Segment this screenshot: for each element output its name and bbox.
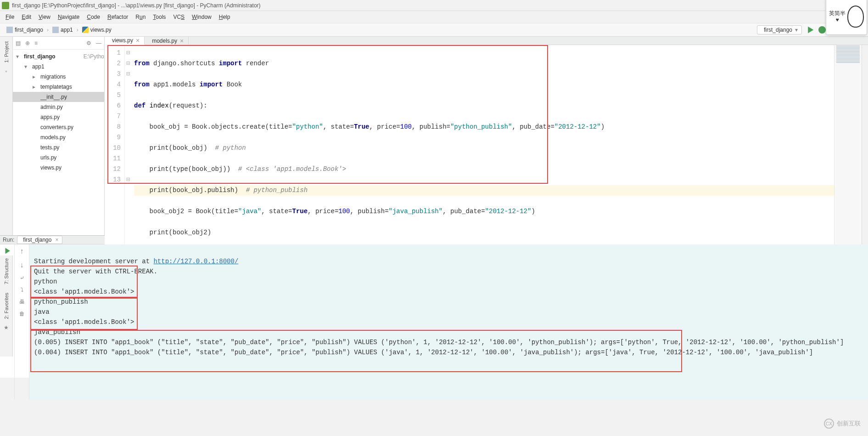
tree-converters[interactable]: converters.py (13, 122, 104, 132)
console-line: java_publish (34, 328, 80, 336)
tree-migrations[interactable]: ▸migrations (13, 72, 104, 82)
app-icon (2, 2, 9, 9)
run-tab[interactable]: first_django× (17, 236, 62, 244)
menu-view[interactable]: View (36, 13, 53, 21)
expand-all-icon[interactable]: ⊕ (25, 40, 30, 46)
up-stack-button[interactable]: ↑ (20, 247, 24, 255)
close-tab-icon[interactable]: × (136, 37, 140, 44)
main-content: 1: Project ▫ ▤ ⊕ ≡ ⚙ — ▾first_djangoE:\P… (0, 37, 868, 235)
console-line: java (34, 308, 50, 316)
down-stack-button[interactable]: ↓ (20, 261, 24, 269)
menu-refactor[interactable]: Refactor (105, 13, 131, 21)
run-config-name: first_django (764, 27, 792, 33)
structure-tool-tab[interactable]: 7: Structure (4, 255, 9, 287)
console-output[interactable]: Starting development server at http://12… (29, 244, 868, 400)
menu-help[interactable]: Help (216, 13, 233, 21)
menu-vcs[interactable]: VCS (170, 13, 187, 21)
star-icon: ★ (4, 324, 9, 331)
console-line: (0.005) INSERT INTO "app1_book" ("title"… (34, 339, 844, 346)
chevron-right-icon: › (46, 27, 50, 33)
breadcrumb-app1[interactable]: app1 (50, 27, 76, 33)
face-icon (847, 6, 864, 28)
server-url-link[interactable]: http://127.0.0.1:8000/ (153, 258, 238, 265)
project-tree[interactable]: ▾first_djangoE:\Pytho ▾app1 ▸migrations … (13, 50, 104, 175)
menu-tools[interactable]: Tools (150, 13, 168, 21)
chevron-right-icon: › (76, 27, 79, 33)
tree-tests[interactable]: tests.py (13, 142, 104, 153)
project-tool-tab[interactable]: 1: Project (4, 39, 9, 65)
console-line: python_publish (34, 298, 88, 306)
settings-icon[interactable]: ⚙ (86, 40, 91, 46)
menu-edit[interactable]: Edit (19, 13, 34, 21)
rerun-button[interactable] (4, 247, 11, 255)
run-config-selector[interactable]: first_django ▾ (757, 25, 802, 34)
select-opened-file-icon[interactable]: ▤ (16, 40, 21, 46)
chevron-down-icon: ▾ (795, 27, 798, 33)
tree-apps[interactable]: apps.py (13, 112, 104, 122)
ime-overlay[interactable]: 英简半♥ (826, 0, 867, 35)
console-line: Starting development server at (34, 258, 153, 265)
project-panel: ▤ ⊕ ≡ ⚙ — ▾first_djangoE:\Pytho ▾app1 ▸m… (13, 37, 105, 235)
menu-run[interactable]: Run (133, 13, 148, 21)
run-button[interactable] (806, 26, 814, 34)
console-line: <class 'app1.models.Book'> (34, 288, 134, 295)
console-line: <class 'app1.models.Book'> (34, 318, 134, 326)
window-titlebar: first_django [E:\PythonProject\first_dja… (0, 0, 868, 11)
close-icon[interactable]: × (55, 237, 58, 243)
run-panel-body: ▤ 📌 ↑ ↓ ⤶ ⤵ 🖶 🗑 Starting development ser… (0, 244, 868, 400)
tree-init[interactable]: __init__.py (13, 92, 104, 102)
editor-tabs: views.py× models.py× (105, 37, 868, 45)
tab-views[interactable]: views.py× (105, 37, 145, 45)
console-line: (0.004) INSERT INTO "app1_book" ("title"… (34, 349, 813, 356)
breadcrumb-root[interactable]: first_django (4, 27, 46, 33)
tree-views[interactable]: views.py (13, 163, 104, 173)
scroll-to-end-button[interactable]: ⤵ (21, 287, 23, 293)
tree-admin[interactable]: admin.py (13, 102, 104, 112)
left-tool-gutter: 1: Project ▫ (0, 37, 13, 235)
debug-button[interactable] (818, 26, 826, 34)
close-tab-icon[interactable]: × (180, 37, 184, 45)
tree-models[interactable]: models.py (13, 132, 104, 142)
menu-file[interactable]: FFileile (3, 13, 17, 21)
menu-window[interactable]: Window (189, 13, 214, 21)
breadcrumb-file[interactable]: views.py (79, 27, 114, 33)
print-button[interactable]: 🖶 (19, 299, 25, 305)
menu-navigate[interactable]: Navigate (55, 13, 82, 21)
console-line: python (34, 278, 57, 285)
tree-templatetags[interactable]: ▸templatetags (13, 82, 104, 92)
menu-code[interactable]: Code (84, 13, 103, 21)
editor-area: views.py× models.py× 12345678910111213 ⊟… (105, 37, 868, 235)
tab-models[interactable]: models.py× (145, 37, 189, 45)
ime-text: 英简半♥ (829, 10, 846, 23)
tree-root[interactable]: ▾first_djangoE:\Pytho (13, 51, 104, 62)
navigation-bar: first_django › app1 › views.py first_dja… (0, 23, 868, 37)
clear-all-button[interactable]: 🗑 (19, 311, 25, 317)
window-title: first_django [E:\PythonProject\first_dja… (12, 2, 830, 9)
run-panel-label: Run: (3, 237, 14, 243)
hide-icon[interactable]: — (96, 40, 101, 46)
run-panel: Run: first_django× ⚙ — ▤ 📌 ↑ ↓ ⤶ ⤵ 🖶 🗑 S… (0, 235, 868, 378)
watermark: CX 创新互联 (824, 419, 861, 429)
console-line: Quit the server with CTRL-BREAK. (34, 268, 157, 275)
tree-urls[interactable]: urls.py (13, 153, 104, 163)
left-tool-gutter-bottom: 7: Structure 2: Favorites ★ (0, 255, 13, 357)
folder-icon: ▫ (5, 68, 7, 74)
run-toolbar-secondary: ↑ ↓ ⤶ ⤵ 🖶 🗑 (15, 244, 29, 400)
soft-wrap-button[interactable]: ⤶ (20, 275, 24, 281)
menu-bar: FFileile Edit View Navigate Code Refacto… (0, 11, 868, 23)
project-panel-toolbar: ▤ ⊕ ≡ ⚙ — (13, 37, 104, 50)
collapse-all-icon[interactable]: ≡ (34, 40, 38, 46)
favorites-tool-tab[interactable]: 2: Favorites (4, 290, 9, 322)
tree-app1[interactable]: ▾app1 (13, 62, 104, 72)
